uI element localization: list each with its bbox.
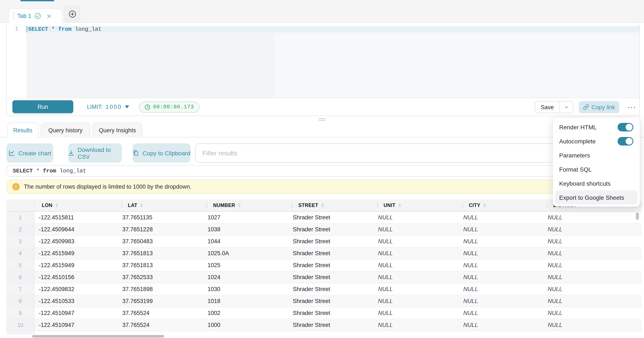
column-label: CITY bbox=[469, 203, 480, 208]
table-row[interactable]: 8-122.451053337.76531991018Shrader Stree… bbox=[6, 295, 642, 307]
warning-icon: ! bbox=[12, 183, 20, 190]
sql-keyword: from bbox=[58, 26, 72, 33]
sort-icon[interactable] bbox=[483, 203, 486, 207]
copy-link-label: Copy link bbox=[591, 104, 615, 110]
table-row[interactable]: 9-122.451094737.7655241002Shrader Street… bbox=[6, 307, 642, 319]
tab-query-history[interactable]: Query history bbox=[40, 122, 90, 137]
table-row[interactable]: 4-122.451594937.76518131025.0AShrader St… bbox=[6, 248, 642, 259]
table-cell: 37.765524 bbox=[118, 319, 203, 331]
table-cell: NULL bbox=[459, 224, 544, 235]
tab-query-insights[interactable]: Query Insights bbox=[92, 122, 142, 137]
row-number: 8 bbox=[6, 295, 34, 307]
download-icon bbox=[68, 150, 74, 156]
row-number-header bbox=[6, 199, 34, 211]
pane-resize-handle[interactable] bbox=[318, 118, 326, 122]
limit-value: 1000 bbox=[106, 104, 122, 110]
sort-icon[interactable] bbox=[140, 203, 143, 207]
table-cell: -122.4515949 bbox=[34, 259, 118, 271]
table-row[interactable]: 5-122.451594937.76518131025Shrader Stree… bbox=[6, 259, 642, 271]
table-cell: 1025 bbox=[203, 259, 288, 271]
menu-item-format-sql[interactable]: Format SQL bbox=[555, 162, 638, 176]
editor-active-line[interactable]: SELECT * from long_lat bbox=[26, 26, 639, 33]
table-cell: Shrader Street bbox=[288, 212, 374, 223]
run-button[interactable]: Run bbox=[12, 100, 73, 113]
download-csv-button[interactable]: Download to CSV bbox=[68, 143, 122, 162]
table-cell: NULL bbox=[374, 295, 459, 307]
sort-icon[interactable] bbox=[398, 203, 401, 207]
table-cell: 37.7651135 bbox=[118, 212, 203, 223]
sort-icon[interactable] bbox=[238, 203, 240, 207]
timer-value: 00:00:00.173 bbox=[153, 104, 194, 110]
table-cell: -122.4515949 bbox=[34, 248, 118, 259]
table-cell: NULL bbox=[544, 224, 631, 235]
table-cell: Shrader Street bbox=[288, 319, 374, 331]
more-options-button[interactable]: ··· bbox=[625, 100, 639, 114]
table-cell: -122.4510947 bbox=[34, 319, 118, 331]
table-cell: NULL bbox=[459, 212, 544, 223]
sort-icon[interactable] bbox=[56, 203, 58, 207]
table-cell: 1025.0A bbox=[203, 248, 288, 259]
drag-handle-icon[interactable] bbox=[13, 12, 14, 20]
query-tab-label: Tab 1 bbox=[17, 13, 31, 19]
row-number: 2 bbox=[6, 224, 34, 235]
table-row[interactable]: 1-122.451581137.76511351027Shrader Stree… bbox=[6, 212, 642, 224]
menu-item-autocomplete[interactable]: Autocomplete bbox=[555, 134, 638, 148]
tab-results[interactable]: Results bbox=[7, 122, 38, 138]
create-chart-button[interactable]: Create chart bbox=[6, 143, 53, 162]
table-cell: Shrader Street bbox=[288, 224, 374, 235]
editor-tab-bar: Tab 1 bbox=[0, 0, 644, 23]
results-table: LONLATNUMBERSTREETUNITCITYDISTRICTRE 1-1… bbox=[6, 199, 642, 338]
copy-to-clipboard-label: Copy to Clipboard bbox=[142, 149, 190, 156]
toggle-on[interactable] bbox=[618, 123, 633, 131]
column-header-lon[interactable]: LON bbox=[34, 199, 118, 211]
query-tab[interactable]: Tab 1 bbox=[8, 9, 62, 23]
sql-keyword: from bbox=[43, 168, 56, 174]
copy-link-button[interactable]: Copy link bbox=[579, 101, 619, 113]
row-number: 4 bbox=[6, 248, 34, 259]
table-row[interactable]: 10-122.451094737.7655241000Shrader Stree… bbox=[6, 319, 642, 331]
more-menu: Render HTMLAutocompleteParametersFormat … bbox=[553, 118, 640, 207]
menu-item-label: Render HTML bbox=[559, 123, 597, 130]
close-tab-icon[interactable] bbox=[46, 14, 51, 19]
table-cell: -122.4515811 bbox=[34, 212, 118, 223]
column-header-street[interactable]: STREET bbox=[288, 199, 374, 211]
table-cell: -122.4509832 bbox=[34, 283, 118, 295]
menu-item-keyboard-shortcuts[interactable]: Keyboard shortcuts bbox=[555, 176, 638, 190]
table-row[interactable]: 3-122.450998337.76504831044Shrader Stree… bbox=[6, 236, 642, 248]
new-tab-button[interactable] bbox=[64, 6, 80, 22]
menu-item-parameters[interactable]: Parameters bbox=[555, 148, 638, 162]
clock-icon bbox=[144, 104, 150, 110]
column-header-number[interactable]: NUMBER bbox=[203, 199, 288, 211]
toggle-on[interactable] bbox=[618, 137, 633, 145]
save-options-button[interactable] bbox=[559, 102, 573, 113]
table-row[interactable]: 6-122.451015637.76525331024Shrader Stree… bbox=[6, 271, 642, 283]
table-cell: NULL bbox=[544, 236, 631, 247]
table-cell: NULL bbox=[544, 307, 631, 319]
menu-item-export-to-google-sheets[interactable]: Export to Google Sheets bbox=[555, 190, 638, 204]
table-cell: 1024 bbox=[203, 271, 288, 283]
column-label: RE bbox=[641, 203, 642, 208]
menu-item-label: Autocomplete bbox=[559, 138, 596, 144]
table-cell: 37.765524 bbox=[118, 307, 203, 319]
sql-code-editor[interactable]: 1 SELECT * from long_lat bbox=[6, 23, 640, 98]
sql-keyword: SELECT bbox=[28, 26, 48, 33]
menu-item-render-html[interactable]: Render HTML bbox=[555, 120, 638, 134]
copy-to-clipboard-button[interactable]: Copy to Clipboard bbox=[132, 143, 190, 162]
limit-dropdown[interactable]: LIMIT: 1000 bbox=[87, 98, 129, 116]
horizontal-scrollbar[interactable] bbox=[32, 335, 164, 337]
line-number: 1 bbox=[7, 26, 26, 33]
column-label: UNIT bbox=[384, 203, 395, 208]
save-button[interactable]: Save bbox=[535, 102, 559, 113]
table-cell: 37.7652533 bbox=[118, 271, 203, 283]
column-header-lat[interactable]: LAT bbox=[118, 199, 203, 211]
table-cell: NULL bbox=[459, 236, 544, 247]
column-header-city[interactable]: CITY bbox=[459, 199, 544, 211]
column-separator bbox=[462, 202, 463, 208]
column-label: LAT bbox=[128, 203, 137, 208]
vertical-scrollbar[interactable] bbox=[636, 213, 639, 220]
table-cell: Shrader Street bbox=[288, 307, 374, 319]
column-header-unit[interactable]: UNIT bbox=[374, 199, 459, 211]
table-row[interactable]: 2-122.450964437.76512281038Shrader Stree… bbox=[6, 224, 642, 236]
sort-icon[interactable] bbox=[321, 203, 324, 207]
table-row[interactable]: 7-122.450983237.76518981030Shrader Stree… bbox=[6, 283, 642, 295]
